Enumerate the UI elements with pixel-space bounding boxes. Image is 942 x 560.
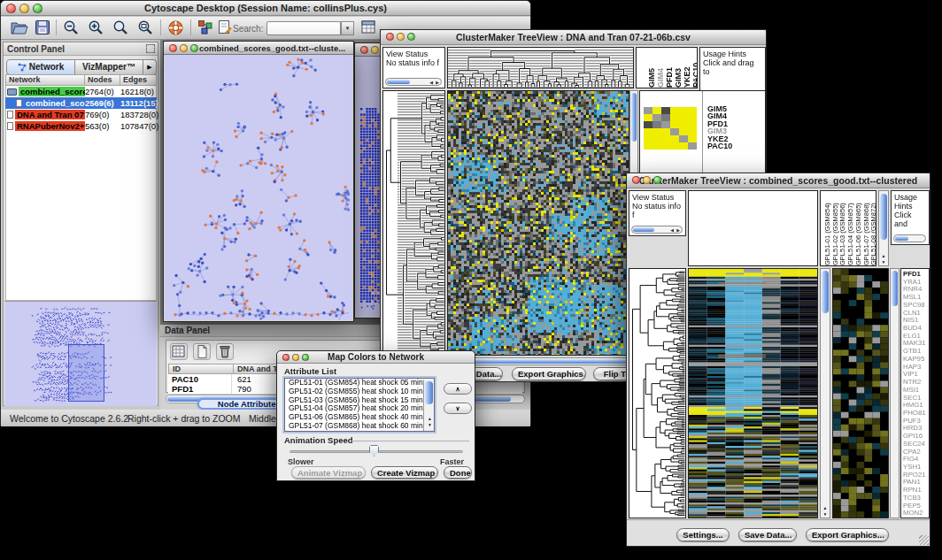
scroll-up-arrow-icon[interactable]: ▲ (879, 253, 888, 258)
birdseye-canvas[interactable] (4, 302, 157, 406)
close-button[interactable] (632, 176, 640, 184)
tv1-titlebar[interactable]: ClusterMaker TreeView : DNA and Tran 07-… (381, 30, 766, 45)
scroll-right-arrow-icon[interactable]: ▶ (436, 79, 439, 86)
speed-slider-thumb[interactable] (369, 445, 379, 456)
export-graphics-button[interactable]: Export Graphics... (512, 367, 586, 380)
tv1-zoom-matrix-canvas[interactable] (644, 107, 697, 150)
scroll-thumb[interactable] (631, 93, 637, 142)
close-button[interactable] (282, 354, 290, 361)
export-graphics-button[interactable]: Export Graphics... (806, 528, 889, 541)
zoom-button[interactable] (190, 44, 198, 52)
zoom-button[interactable] (33, 4, 42, 13)
tv2-labels-scrollbar[interactable]: ▲ ▼ (878, 190, 889, 266)
tv1-heatmap-panel[interactable] (447, 90, 629, 356)
col-nodes[interactable]: Nodes (85, 74, 120, 86)
save-data-button[interactable]: Save Data... (738, 528, 797, 541)
main-titlebar[interactable]: Cytoscape Desktop (Session Name: collins… (1, 1, 530, 16)
animate-vizmap-button[interactable]: Animate Vizmap (291, 466, 366, 479)
tv2-column-tree-panel[interactable] (688, 190, 818, 266)
scroll-thumb[interactable] (895, 236, 908, 241)
scroll-thumb[interactable] (892, 271, 898, 306)
col-network[interactable]: Network (5, 74, 85, 86)
zoom-out-icon[interactable] (63, 19, 80, 36)
birdseye-view[interactable] (4, 301, 157, 405)
minimize-button[interactable] (180, 44, 188, 52)
col-edges[interactable]: Edges (120, 74, 157, 86)
tv1-column-dendrogram-canvas[interactable] (448, 48, 633, 88)
network-row[interactable]: combined_scores2764(0)16218(0) (5, 86, 157, 97)
attribute-table-icon[interactable] (360, 19, 377, 35)
minimize-button[interactable] (643, 176, 651, 184)
scroll-right-arrow-icon[interactable]: ▶ (676, 226, 680, 234)
tv2-zoom-heatmap-canvas[interactable] (833, 269, 888, 518)
minimize-button[interactable] (19, 4, 29, 13)
help-lifering-icon[interactable] (167, 19, 184, 36)
col-id[interactable]: ID (168, 364, 234, 374)
scroll-left-arrow-icon[interactable]: ◀ (429, 79, 433, 86)
tv1-column-dendrogram-panel[interactable] (447, 47, 634, 88)
tv2-heatmap-canvas[interactable] (689, 269, 817, 518)
tab-overflow-arrow[interactable]: ▶ (143, 59, 157, 75)
tv2-zoom-heatmap-panel[interactable] (832, 268, 889, 518)
attribute-list[interactable]: GPL51-01 (GSM854) heat shock 05 minGPL51… (284, 378, 435, 432)
scroll-down-arrow-icon[interactable]: ▼ (821, 511, 830, 517)
network-graph-canvas[interactable] (165, 55, 352, 320)
tv1-status-scrollbar[interactable]: ◀ ▶ (385, 78, 442, 86)
new-attribute-icon[interactable] (193, 343, 211, 360)
tv2-titlebar[interactable]: ClusterMaker TreeView : combined_scores_… (627, 173, 930, 188)
tv1-row-dendrogram-panel[interactable] (382, 90, 445, 356)
attribute-list-scrollbar[interactable]: ▲ ▼ (423, 380, 434, 431)
tv2-heatmap-scrollbar[interactable]: ▲ ▼ (820, 268, 830, 518)
vizmap-icon[interactable] (197, 19, 213, 35)
tv1-row-dendrogram-canvas[interactable] (383, 91, 444, 355)
delete-attribute-trash-icon[interactable] (216, 343, 234, 360)
tv2-heatmap-panel[interactable] (688, 268, 818, 518)
network-row[interactable]: combined_sco2569(6)13112(15) (5, 97, 157, 109)
zoom-button[interactable] (302, 354, 309, 361)
scroll-thumb[interactable] (387, 80, 410, 84)
scroll-left-arrow-icon[interactable]: ◀ (670, 226, 674, 234)
scroll-thumb[interactable] (822, 271, 829, 313)
tv1-horizontal-scrollbar[interactable] (447, 357, 637, 365)
search-input[interactable] (266, 21, 341, 35)
zoom-button[interactable] (653, 176, 661, 184)
search-dropdown-arrow-icon[interactable]: ▼ (341, 21, 354, 35)
close-button[interactable] (169, 44, 177, 52)
tv2-usage-scrollbar[interactable] (893, 234, 926, 242)
minimize-button[interactable] (397, 33, 405, 41)
scroll-thumb[interactable] (449, 359, 627, 364)
move-up-button[interactable]: ∧ (444, 383, 472, 395)
settings-button[interactable]: Settings... (676, 528, 730, 541)
tv2-row-dendrogram-canvas[interactable] (629, 269, 685, 518)
minimize-button[interactable] (292, 354, 299, 361)
select-attributes-icon[interactable] (170, 343, 188, 360)
tv2-gene-scrollbar[interactable] (890, 268, 900, 518)
move-down-button[interactable]: ∨ (444, 403, 472, 414)
open-file-icon[interactable] (10, 19, 29, 35)
close-button[interactable] (360, 46, 368, 54)
scroll-down-arrow-icon[interactable]: ▼ (879, 259, 888, 265)
close-button[interactable] (386, 33, 394, 41)
scroll-thumb[interactable] (425, 381, 433, 404)
scroll-up-arrow-icon[interactable]: ▲ (821, 505, 830, 510)
scroll-down-arrow-icon[interactable]: ▼ (424, 421, 434, 430)
network-row[interactable]: RNAPuberNov2+563(0)107847(0) (5, 120, 157, 132)
minimize-button[interactable] (371, 46, 379, 54)
tv2-row-dendrogram-panel[interactable] (629, 268, 686, 518)
save-icon[interactable] (35, 19, 50, 35)
zoom-button[interactable] (407, 33, 415, 41)
done-button[interactable]: Done (444, 466, 472, 479)
attribute-item[interactable]: GPL51-07 (GSM868) heat shock 60 min (287, 422, 434, 431)
close-button[interactable] (6, 4, 16, 13)
create-vizmap-button[interactable]: Create Vizmap (371, 466, 438, 479)
tab-network[interactable]: Network (6, 59, 75, 75)
tv2-status-scrollbar[interactable]: ◀ ▶ (631, 226, 683, 234)
scroll-thumb[interactable] (633, 227, 654, 232)
zoom-selected-icon[interactable] (137, 19, 154, 36)
tv1-heatmap-canvas[interactable] (448, 91, 629, 355)
zoom-in-icon[interactable] (88, 19, 104, 36)
resize-grip[interactable] (919, 535, 929, 545)
tab-vizmapper[interactable]: VizMapper™ (75, 59, 143, 75)
annotation-icon[interactable] (217, 19, 233, 35)
float-panel-icon[interactable] (146, 44, 155, 53)
